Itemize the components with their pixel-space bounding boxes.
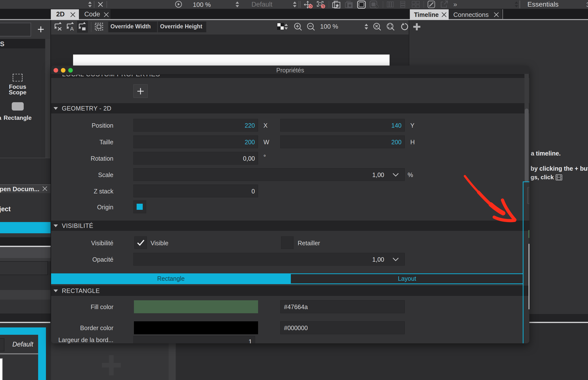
svg-text:A: A [70, 26, 74, 31]
